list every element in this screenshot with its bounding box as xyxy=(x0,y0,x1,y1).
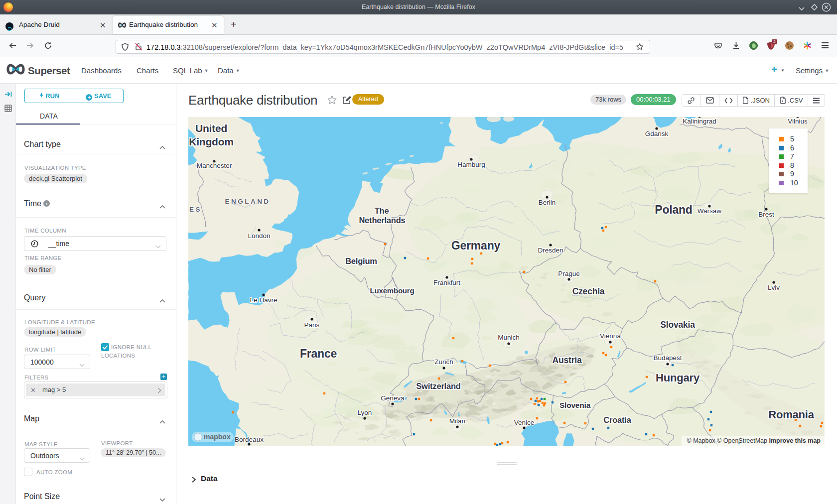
svg-text:Frankfurt: Frankfurt xyxy=(433,279,460,286)
svg-text:Slovenia: Slovenia xyxy=(559,401,591,409)
svg-text:Lyon: Lyon xyxy=(358,409,372,416)
svg-text:Germany: Germany xyxy=(451,239,501,252)
svg-text:Munich: Munich xyxy=(498,334,520,341)
svg-text:ENGLAND: ENGLAND xyxy=(225,198,270,205)
svg-text:Romania: Romania xyxy=(768,408,814,421)
svg-text:Croatia: Croatia xyxy=(603,415,631,424)
svg-text:Lviv: Lviv xyxy=(768,284,780,291)
svg-text:ES: ES xyxy=(189,206,202,213)
svg-text:Brest: Brest xyxy=(758,211,774,218)
svg-text:Kaliningrad: Kaliningrad xyxy=(683,118,716,125)
svg-text:Dresden: Dresden xyxy=(538,247,563,254)
svg-text:Luxembourg: Luxembourg xyxy=(370,286,415,295)
svg-text:Vienna: Vienna xyxy=(600,332,621,340)
svg-text:United: United xyxy=(195,123,227,134)
svg-text:Geneva: Geneva xyxy=(381,394,405,402)
svg-text:Budapest: Budapest xyxy=(653,354,682,362)
svg-text:Poland: Poland xyxy=(655,203,692,216)
svg-text:Czechia: Czechia xyxy=(572,286,605,296)
svg-text:Kingdom: Kingdom xyxy=(189,136,234,147)
svg-text:Le Havre: Le Havre xyxy=(250,296,278,304)
svg-text:Netherlands: Netherlands xyxy=(359,216,405,225)
svg-text:Gdansk: Gdansk xyxy=(645,130,669,137)
svg-text:Warsaw: Warsaw xyxy=(698,207,722,215)
svg-text:Bordeaux: Bordeaux xyxy=(235,436,264,443)
svg-text:Austria: Austria xyxy=(553,355,582,365)
svg-text:Zurich: Zurich xyxy=(434,358,453,366)
svg-text:Berlin: Berlin xyxy=(539,199,556,206)
svg-text:Slovakia: Slovakia xyxy=(660,320,695,330)
svg-text:The: The xyxy=(375,206,389,215)
svg-text:Vilnius: Vilnius xyxy=(788,118,808,125)
svg-text:Venice: Venice xyxy=(514,419,535,426)
svg-text:Paris: Paris xyxy=(304,321,320,329)
svg-text:Hungary: Hungary xyxy=(656,372,700,384)
svg-text:London: London xyxy=(248,232,270,240)
svg-text:France: France xyxy=(300,347,337,360)
svg-text:Manchester: Manchester xyxy=(197,162,232,169)
svg-text:Prague: Prague xyxy=(558,270,580,277)
svg-text:Belgium: Belgium xyxy=(345,256,377,265)
svg-text:Hamburg: Hamburg xyxy=(457,161,485,168)
svg-text:Switzerland: Switzerland xyxy=(416,381,461,390)
svg-text:Milan: Milan xyxy=(449,417,465,425)
